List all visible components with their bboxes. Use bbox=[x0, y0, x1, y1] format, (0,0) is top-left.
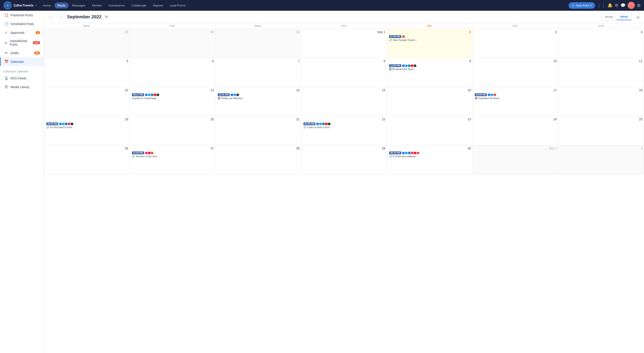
calendar-cell: 16 bbox=[387, 87, 472, 116]
nav-monitor[interactable]: Monitor bbox=[89, 3, 105, 9]
yt-social-icon: y bbox=[414, 152, 416, 154]
event-social-icons: ftg bbox=[488, 94, 496, 96]
sidebar-item-calendar[interactable]: 📅 Calendar bbox=[0, 57, 44, 66]
nav-reports[interactable]: Reports bbox=[150, 3, 166, 9]
calendar-cell: 2712:04 PMipg🔗 Summer is the time ... bbox=[130, 145, 215, 174]
nav-messages[interactable]: Messages bbox=[69, 3, 88, 9]
calendar-cell: 912:55 PMftinyt🖼 All aboard the Slum... bbox=[387, 58, 472, 87]
calendar-sync-icon[interactable]: ⟳ bbox=[105, 15, 108, 20]
month-view-button[interactable]: Month bbox=[602, 14, 617, 20]
prev-month-button[interactable]: ‹ bbox=[48, 14, 55, 20]
calendar-grid: 293031Sep 1207:09 PMg🔗 Solo Female Trave… bbox=[44, 29, 644, 174]
tw-social-icon: t bbox=[490, 94, 493, 96]
calendar-date: 7 bbox=[217, 59, 300, 63]
fb-social-icon: f bbox=[402, 65, 405, 67]
gp-social-icon: g bbox=[151, 152, 154, 154]
drafts-icon: ✏ bbox=[4, 51, 8, 55]
nav-right-actions: ✏ New Post ▾ ⋮⋮ 🔔 ⚙ 💬 ⊞ bbox=[569, 2, 640, 9]
calendar-date: 25 bbox=[560, 117, 642, 121]
nav-home[interactable]: Home bbox=[40, 3, 54, 9]
week-view-button[interactable]: Week bbox=[617, 14, 632, 20]
event-text: 🖼 Inspiration Archives... bbox=[475, 97, 556, 100]
calendar-date: 21 bbox=[217, 117, 300, 121]
calendar-date: 17 bbox=[474, 88, 556, 92]
settings-icon[interactable]: ⚙ bbox=[615, 3, 618, 8]
svg-text:ZT: ZT bbox=[6, 5, 9, 7]
calendar-date: 6 bbox=[131, 59, 214, 63]
drafts-badge: 62 bbox=[34, 52, 40, 55]
sidebar-item-scheduled-posts[interactable]: 🕐 Scheduled Posts bbox=[0, 20, 44, 28]
calendar-cell: 25 bbox=[558, 116, 644, 145]
chat-icon[interactable]: 💬 bbox=[620, 3, 626, 8]
tk-social-icon: t bbox=[328, 123, 330, 125]
tk-social-icon: t bbox=[236, 94, 239, 96]
day-header-sat: SAT bbox=[472, 23, 558, 29]
sidebar-item-unpublished-posts[interactable]: ⚠ Unpublished Posts 124 bbox=[0, 37, 44, 49]
tw-social-icon: t bbox=[62, 123, 64, 125]
calendar-event[interactable]: 03:49 PMftinyt🔗 Learn to Dive in Koh ... bbox=[302, 122, 385, 129]
sidebar-item-media-library[interactable]: ☰ Media Library bbox=[0, 83, 44, 91]
main-content: ‹ › September 2022 ⟳ Month Week ⊿ MON TU… bbox=[44, 11, 644, 353]
calendar-date: 10 bbox=[474, 59, 556, 63]
event-time: 08:17 PM bbox=[132, 93, 144, 96]
yt-social-icon: y bbox=[325, 123, 328, 125]
event-social-icons: g bbox=[402, 35, 405, 38]
user-avatar[interactable] bbox=[628, 2, 635, 9]
top-navigation: ZT ZylkerTravels ▾ Home Posts Messages M… bbox=[0, 0, 644, 11]
calendar-date: 19 bbox=[46, 117, 128, 121]
calendar-cell: 31 bbox=[216, 29, 301, 58]
sidebar-item-drafts[interactable]: ✏ Drafts 62 bbox=[0, 49, 44, 57]
calendar-event[interactable]: 12:55 PMftinyt🖼 All aboard the Slum... bbox=[388, 64, 471, 71]
calendar-date: 11 bbox=[560, 59, 642, 63]
sidebar-item-published-posts[interactable]: 📋 Published Posts bbox=[0, 11, 44, 20]
event-time: 12:55 PM bbox=[389, 64, 401, 67]
unpublished-posts-label: Unpublished Posts bbox=[10, 39, 30, 46]
calendar-event[interactable]: 06:54 PMftiniyg🔗 6 of the best walking..… bbox=[388, 151, 471, 158]
calendar-cell: 1703:50 PMftg🖼 Inspiration Archives... bbox=[472, 87, 558, 116]
event-time: 03:50 PM bbox=[475, 93, 486, 96]
calendar-event[interactable]: 12:04 PMipg🔗 Summer is the time ... bbox=[131, 151, 214, 158]
calendar-event[interactable]: 08:17 PMftinyt A guide to Copenhage... bbox=[131, 93, 214, 100]
calendar-event[interactable]: 12:21 PMftt🖼 Simple yet effective... bbox=[217, 93, 300, 100]
approvals-badge: 3 bbox=[36, 31, 40, 34]
event-time: 12:04 PM bbox=[132, 151, 144, 154]
calendar-cell: 10 bbox=[472, 58, 558, 87]
calendar-cell: 4 bbox=[558, 29, 644, 58]
calendar-date: 18 bbox=[560, 88, 642, 92]
nav-lead-forms[interactable]: Lead Forms bbox=[167, 3, 188, 9]
gp-social-icon: g bbox=[494, 94, 496, 96]
brand-logo-area[interactable]: ZT ZylkerTravels ▾ bbox=[4, 1, 36, 10]
gp-social-icon: g bbox=[416, 152, 419, 154]
apps-icon[interactable]: ⊞ bbox=[637, 3, 640, 8]
sidebar-item-rss-feeds[interactable]: 📡 RSS Feeds bbox=[0, 74, 44, 83]
rss-feeds-label: RSS Feeds bbox=[10, 77, 26, 80]
calendar-cell: 26 bbox=[44, 145, 130, 174]
calendar-event[interactable]: 06:55 PMftinit🔗 It's Not Hard to Find... bbox=[46, 122, 128, 129]
scheduled-posts-label: Scheduled Posts bbox=[10, 22, 34, 26]
nav-posts[interactable]: Posts bbox=[54, 3, 68, 9]
nav-collaborate[interactable]: Collaborate bbox=[128, 3, 150, 9]
calendar-cell: 29 bbox=[301, 145, 387, 174]
new-post-button[interactable]: ✏ New Post ▾ bbox=[569, 2, 595, 9]
tk-social-icon: t bbox=[71, 123, 73, 125]
sidebar-separator bbox=[3, 67, 41, 67]
filter-icon[interactable]: ⊿ bbox=[636, 15, 640, 20]
next-month-button[interactable]: › bbox=[58, 14, 64, 20]
fb-social-icon: f bbox=[316, 123, 319, 125]
scheduled-posts-icon: 🕐 bbox=[4, 22, 8, 26]
calendar-cell: 20 bbox=[130, 116, 215, 145]
calendar-event[interactable]: 03:50 PMftg🖼 Inspiration Archives... bbox=[474, 93, 556, 100]
calendar-cell: 15 bbox=[301, 87, 387, 116]
day-headers: MON TUE WED THU FRI SAT SUN bbox=[44, 23, 644, 29]
ig-social-icon: i bbox=[68, 123, 70, 125]
event-time: 12:21 PM bbox=[218, 93, 230, 96]
day-header-mon: MON bbox=[44, 23, 130, 29]
bell-icon[interactable]: 🔔 bbox=[608, 3, 612, 8]
nav-connections[interactable]: Connections bbox=[105, 3, 128, 9]
tw-social-icon: t bbox=[405, 152, 408, 154]
calendar-date: Oct 1 bbox=[474, 147, 556, 150]
calendar-event[interactable]: 07:09 PMg🔗 Solo Female Travel i... bbox=[388, 35, 471, 42]
grid-icon[interactable]: ⋮⋮ bbox=[597, 3, 605, 8]
sidebar-item-approvals[interactable]: ✓ Approvals 3 bbox=[0, 28, 44, 37]
brand-name: ZylkerTravels bbox=[14, 4, 34, 7]
